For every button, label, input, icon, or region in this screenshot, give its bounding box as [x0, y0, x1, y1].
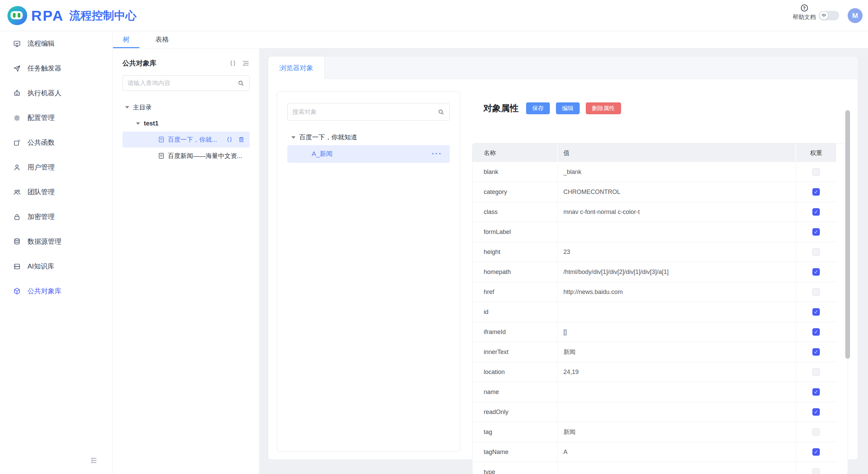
edit-button[interactable]: 编辑 — [556, 102, 580, 114]
table-row: tag 新闻 — [472, 422, 836, 442]
property-value: mnav c-font-normal c-color-t — [558, 202, 796, 222]
sidebar-item-icon — [13, 64, 21, 73]
property-name: homepath — [472, 262, 558, 282]
property-name: class — [472, 202, 558, 222]
sidebar-item[interactable]: 数据源管理 — [0, 229, 112, 254]
property-name: name — [472, 382, 558, 402]
weight-checkbox[interactable] — [812, 168, 820, 176]
weight-checkbox[interactable] — [812, 248, 820, 256]
browser-object-tree-card: 百度一下，你就知道 A_新闻 ··· — [277, 91, 460, 452]
view-tab[interactable]: 树 — [113, 31, 139, 48]
table-row: category CHROMECONTROL — [472, 182, 836, 202]
sidebar-item-icon — [13, 238, 21, 246]
sidebar-item[interactable]: 用户管理 — [0, 155, 112, 180]
column-header-value: 值 — [558, 143, 796, 162]
property-name: category — [472, 182, 558, 202]
property-value: _blank — [558, 162, 796, 182]
weight-checkbox[interactable] — [812, 208, 820, 216]
property-name: formLabel — [472, 222, 558, 242]
property-name: blank — [472, 162, 558, 182]
table-row: type — [472, 462, 836, 474]
sidebar-item-icon — [13, 287, 21, 295]
sidebar-item-label: 配置管理 — [27, 113, 55, 122]
sidebar-item[interactable]: 配置管理 — [0, 105, 112, 130]
screen: RPA 流程控制中心 ? 帮助文档 中 M 流程编辑 任务触发器 执行机器人 — [0, 0, 868, 474]
search-icon[interactable] — [438, 108, 445, 116]
table-row: class mnav c-font-normal c-color-t — [472, 202, 836, 222]
sidebar-item[interactable]: AI知识库 — [0, 254, 112, 279]
document-icon — [158, 136, 165, 143]
weight-checkbox[interactable] — [812, 228, 820, 236]
weight-checkbox[interactable] — [812, 328, 820, 336]
weight-checkbox[interactable] — [812, 448, 820, 456]
sidebar-item-label: 团队管理 — [27, 187, 55, 197]
delete-property-button[interactable]: 删除属性 — [586, 102, 621, 114]
property-name: id — [472, 302, 558, 322]
property-name: location — [472, 362, 558, 382]
vertical-scrollbar-thumb[interactable] — [845, 110, 850, 359]
property-name: tagName — [472, 442, 558, 462]
sidebar-item-label: 任务触发器 — [27, 64, 61, 73]
weight-checkbox[interactable] — [812, 408, 820, 416]
weight-checkbox[interactable] — [812, 188, 820, 196]
menu-fold-icon[interactable] — [90, 456, 98, 465]
property-name: innerText — [472, 342, 558, 362]
sidebar-item[interactable]: 加密管理 — [0, 204, 112, 229]
code-brackets-icon[interactable] — [229, 59, 237, 67]
sidebar-item[interactable]: 公共函数 — [0, 130, 112, 155]
property-value — [558, 402, 796, 422]
weight-checkbox[interactable] — [812, 348, 820, 356]
caret-down-icon[interactable] — [291, 136, 295, 139]
property-value: 24,19 — [558, 362, 796, 382]
property-value: [] — [558, 322, 796, 342]
sidebar-item[interactable]: 任务触发器 — [0, 56, 112, 81]
sidebar-item-icon — [13, 114, 21, 122]
sidebar-item-icon — [13, 163, 21, 172]
property-value — [558, 302, 796, 322]
weight-checkbox[interactable] — [812, 268, 820, 276]
sidebar-item-icon — [13, 188, 21, 196]
weight-checkbox[interactable] — [812, 368, 820, 376]
search-icon[interactable] — [237, 80, 245, 87]
object-type-tabbar: 浏览器对象 — [268, 57, 858, 79]
refresh-icon[interactable] — [226, 136, 233, 143]
table-row: readOnly — [472, 402, 836, 422]
sidebar-item-label: 加密管理 — [27, 212, 55, 221]
tab-browser-object[interactable]: 浏览器对象 — [268, 57, 325, 79]
weight-checkbox[interactable] — [812, 308, 820, 316]
properties-table-header: 名称 值 权重 — [472, 143, 836, 162]
tree-node-document[interactable]: 百度新闻——海量中文资... — [122, 147, 250, 164]
table-row: homepath /html/body/div[1]/div[2]/div[1]… — [472, 262, 836, 282]
tree-node-document[interactable]: 百度一下，你就... — [122, 132, 250, 147]
sidebar-item[interactable]: 执行机器人 — [0, 81, 112, 105]
collapse-all-icon[interactable] — [242, 59, 250, 67]
sidebar-item[interactable]: 公共对象库 — [0, 279, 112, 303]
object-tree-child-selected[interactable]: A_新闻 ··· — [287, 145, 450, 163]
caret-down-icon[interactable] — [125, 106, 129, 108]
object-tree-parent[interactable]: 百度一下，你就知道 — [287, 130, 450, 145]
question-icon: ? — [801, 4, 808, 12]
user-avatar[interactable]: M — [848, 8, 863, 23]
table-row: id — [472, 302, 836, 322]
library-search-input[interactable] — [128, 80, 237, 87]
sidebar-item[interactable]: 流程编辑 — [0, 31, 112, 56]
sidebar-item-label: 公共对象库 — [27, 287, 61, 296]
weight-checkbox[interactable] — [812, 288, 820, 296]
tree-node-folder[interactable]: test1 — [122, 115, 250, 132]
help-docs-link[interactable]: ? 帮助文档 — [790, 4, 818, 21]
tree-node-root[interactable]: 主目录 — [122, 99, 250, 115]
language-toggle[interactable]: 中 — [819, 11, 839, 20]
property-value — [558, 462, 796, 474]
object-search-input[interactable] — [292, 108, 438, 116]
save-button[interactable]: 保存 — [526, 102, 550, 114]
property-name: tag — [472, 422, 558, 442]
more-actions-icon[interactable]: ··· — [432, 152, 442, 156]
weight-checkbox[interactable] — [812, 388, 820, 396]
view-tab[interactable]: 表格 — [149, 31, 175, 48]
weight-checkbox[interactable] — [812, 428, 820, 436]
property-value: /html/body/div[1]/div[2]/div[1]/div[3]/a… — [558, 262, 796, 282]
caret-down-icon[interactable] — [136, 122, 140, 125]
sidebar-item[interactable]: 团队管理 — [0, 180, 112, 204]
weight-checkbox[interactable] — [812, 468, 820, 474]
trash-icon[interactable] — [238, 136, 245, 143]
